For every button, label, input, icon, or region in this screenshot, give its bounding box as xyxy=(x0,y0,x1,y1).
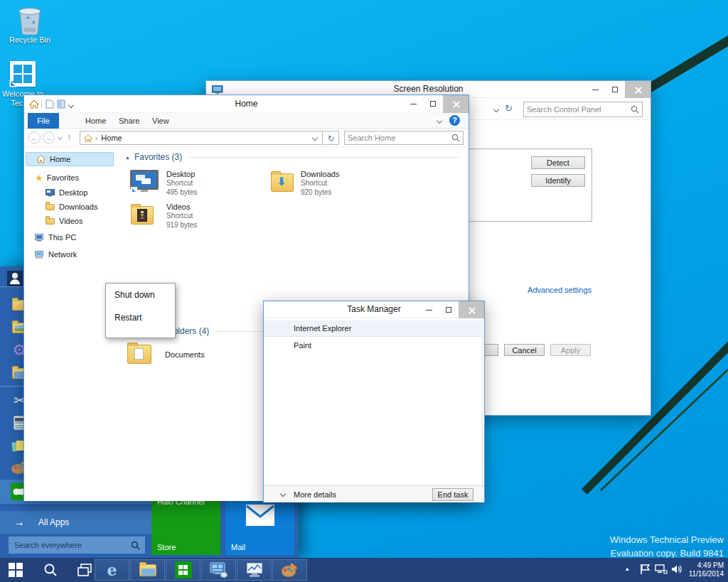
close-button[interactable] xyxy=(459,301,484,318)
explorer-sidebar: Home ★ Favorites Desktop Downloads Video… xyxy=(24,147,118,501)
file-explorer-titlebar[interactable]: Home xyxy=(24,95,469,113)
tab-home[interactable]: Home xyxy=(85,117,106,125)
taskbar: e ▴ xyxy=(0,558,728,582)
start-item-all-apps[interactable]: → All Apps xyxy=(0,511,151,534)
sidebar-item-downloads[interactable]: Downloads xyxy=(26,200,114,214)
refresh-button[interactable]: ↻ xyxy=(323,131,339,145)
tab-share[interactable]: Share xyxy=(119,117,139,125)
apply-button[interactable]: Apply xyxy=(550,344,591,356)
taskbar-file-explorer[interactable] xyxy=(130,559,165,581)
sidebar-item-home[interactable]: Home xyxy=(26,152,114,166)
sidebar-item-network[interactable]: Network xyxy=(26,247,114,262)
sidebar-item-desktop[interactable]: Desktop xyxy=(26,185,114,200)
start-searchbox[interactable] xyxy=(9,537,145,554)
close-icon xyxy=(469,307,475,313)
recycle-bin-label: Recycle Bin xyxy=(0,36,60,44)
minimize-button[interactable] xyxy=(419,301,439,318)
minimize-button[interactable] xyxy=(585,81,605,98)
taskbar-paint[interactable] xyxy=(272,559,307,581)
action-center-icon[interactable] xyxy=(639,564,651,575)
avatar[interactable] xyxy=(7,271,23,286)
taskbar-task-manager[interactable] xyxy=(237,559,272,581)
network-icon xyxy=(35,251,44,259)
screen-resolution-title: Screen Resolution xyxy=(206,84,651,94)
help-icon[interactable]: ? xyxy=(449,115,460,126)
maximize-button[interactable] xyxy=(423,95,443,112)
volume-icon[interactable] xyxy=(671,564,683,574)
power-menu: Shut down Restart xyxy=(105,283,176,338)
task-view-icon xyxy=(77,564,92,576)
taskbar-internet-explorer[interactable]: e xyxy=(95,559,129,581)
power-menu-restart[interactable]: Restart xyxy=(106,303,175,326)
forward-button[interactable]: → xyxy=(43,131,55,144)
taskbar-store[interactable] xyxy=(166,559,200,581)
sidebar-item-videos[interactable]: Videos xyxy=(26,214,114,228)
task-manager-window: Task Manager Internet Explorer Paint Mor… xyxy=(263,301,485,502)
process-list: Internet Explorer Paint xyxy=(264,320,484,485)
task-manager-footer: More details End task xyxy=(264,485,484,502)
welcome-shortcut-icon[interactable] xyxy=(10,61,36,87)
desktop-shortcut-icon xyxy=(129,169,160,195)
taskbar-search-button[interactable] xyxy=(33,559,68,581)
detect-button[interactable]: Detect xyxy=(531,156,585,169)
network-icon[interactable] xyxy=(655,564,668,574)
breadcrumb-home-icon xyxy=(84,134,92,142)
minimize-button[interactable] xyxy=(403,95,423,112)
task-manager-titlebar[interactable]: Task Manager xyxy=(264,301,484,318)
address-dropdown-icon[interactable] xyxy=(313,136,317,140)
mail-envelope-icon xyxy=(246,505,274,526)
scrollbar[interactable] xyxy=(481,320,483,484)
file-item-desktop[interactable]: Desktop Shortcut 495 bytes xyxy=(129,169,264,200)
clock[interactable]: 4:49 PM 11/16/2014 xyxy=(684,561,724,578)
favorites-group-header[interactable]: ▲ Favorites (3) xyxy=(125,152,459,162)
explorer-searchbox[interactable] xyxy=(344,131,464,145)
folder-item-documents[interactable]: Documents xyxy=(127,342,262,366)
explorer-search-input[interactable] xyxy=(345,134,451,142)
file-item-videos[interactable]: Videos Shortcut 919 bytes xyxy=(129,202,264,233)
back-button[interactable]: ← xyxy=(28,131,41,144)
close-button[interactable] xyxy=(625,81,651,98)
close-icon xyxy=(453,101,459,107)
cancel-button[interactable]: Cancel xyxy=(504,344,545,356)
sidebar-item-favorites[interactable]: ★ Favorites xyxy=(26,171,114,185)
ribbon-expand-icon[interactable] xyxy=(437,119,441,123)
end-task-button[interactable]: End task xyxy=(432,488,473,501)
start-button[interactable] xyxy=(0,558,31,582)
close-button[interactable] xyxy=(443,95,469,113)
tray-expand-icon[interactable]: ▴ xyxy=(626,565,629,572)
file-item-downloads[interactable]: ⬇ Downloads Shortcut 920 bytes xyxy=(271,169,406,200)
download-arrow-icon: ⬇ xyxy=(277,175,286,188)
address-bar[interactable]: › Home xyxy=(80,131,323,145)
collapse-icon: ▲ xyxy=(125,155,130,160)
identify-button[interactable]: Identify xyxy=(531,174,585,187)
star-icon: ★ xyxy=(35,173,43,183)
filmstrip-icon xyxy=(137,209,147,222)
tab-view[interactable]: View xyxy=(152,117,169,125)
refresh-icon[interactable]: ↻ xyxy=(505,103,513,114)
process-row[interactable]: Paint xyxy=(264,337,481,353)
maximize-button[interactable] xyxy=(605,81,625,98)
more-details-toggle[interactable]: More details xyxy=(294,490,336,499)
desktop-icon xyxy=(46,189,55,197)
paint-icon xyxy=(281,562,299,578)
power-menu-shut-down[interactable]: Shut down xyxy=(106,284,175,303)
shortcut-arrow-icon xyxy=(9,78,18,88)
history-dropdown-icon[interactable] xyxy=(58,136,62,139)
maximize-button[interactable] xyxy=(439,301,459,318)
start-search-input[interactable] xyxy=(9,541,131,549)
breadcrumb[interactable]: Home xyxy=(101,134,122,142)
process-row[interactable]: Internet Explorer xyxy=(264,320,481,337)
computer-icon xyxy=(35,234,44,242)
refresh-icon: ↻ xyxy=(327,134,334,144)
up-button[interactable]: ↑ xyxy=(67,131,72,142)
advanced-settings-link[interactable]: Advanced settings xyxy=(528,286,592,294)
clock-time: 4:49 PM xyxy=(684,561,724,570)
taskbar-screen-resolution[interactable] xyxy=(201,559,236,581)
address-dropdown-icon[interactable] xyxy=(494,107,498,112)
sidebar-item-this-pc[interactable]: This PC xyxy=(26,230,114,244)
more-details-icon xyxy=(281,492,285,496)
evaluation-watermark: Windows Technical Preview Evaluation cop… xyxy=(610,533,724,560)
tab-file[interactable]: File xyxy=(28,113,59,129)
control-panel-search-input[interactable] xyxy=(524,105,631,114)
control-panel-searchbox[interactable] xyxy=(523,102,643,117)
